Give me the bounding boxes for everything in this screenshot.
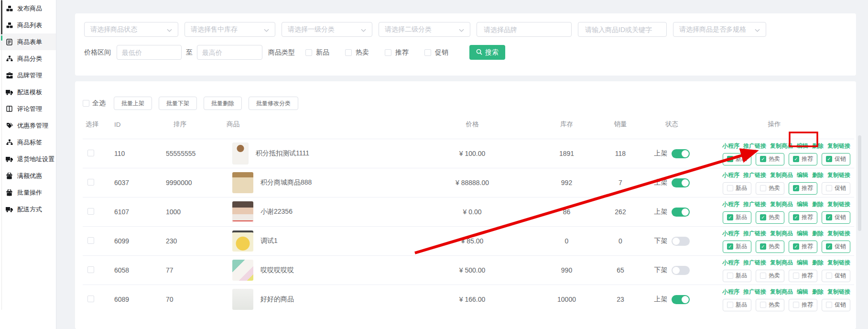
sidebar-item-3[interactable]: 商品分类 — [0, 50, 56, 67]
sidebar-item-5[interactable]: 配送模板 — [0, 84, 56, 100]
tag-toggle-3[interactable]: ✓促销 — [822, 153, 850, 165]
row-select-checkbox[interactable] — [87, 237, 94, 244]
action-link-4[interactable]: 删除 — [812, 230, 824, 238]
sidebar-item-4[interactable]: 品牌管理 — [0, 67, 56, 84]
tag-toggle-3[interactable]: ✓促销 — [822, 299, 850, 311]
batch-button-0[interactable]: 批量上架 — [114, 97, 152, 110]
tag-toggle-2[interactable]: ✓推荐 — [789, 182, 817, 195]
action-link-0[interactable]: 小程序 — [722, 200, 739, 208]
action-link-1[interactable]: 推广链接 — [743, 142, 766, 150]
tag-toggle-0[interactable]: ✓新品 — [723, 211, 751, 224]
sidebar-item-7[interactable]: 优惠券管理 — [0, 117, 56, 134]
action-link-4[interactable]: 删除 — [812, 171, 824, 179]
action-link-4[interactable]: 删除 — [812, 142, 824, 150]
tag-toggle-2[interactable]: ✓推荐 — [789, 241, 817, 253]
row-select-checkbox[interactable] — [87, 208, 94, 215]
action-link-2[interactable]: 复制商品 — [770, 142, 793, 150]
filter-select-1[interactable]: 请选择售中库存 — [184, 22, 275, 37]
min-price-input[interactable] — [117, 45, 182, 60]
action-link-1[interactable]: 推广链接 — [743, 230, 766, 238]
filter-input-4[interactable] — [477, 22, 572, 37]
action-link-2[interactable]: 复制商品 — [770, 259, 793, 267]
tag-toggle-1[interactable]: ✓热卖 — [756, 299, 784, 311]
status-toggle[interactable] — [672, 266, 690, 275]
action-link-5[interactable]: 复制链接 — [827, 142, 850, 150]
action-link-3[interactable]: 编辑 — [797, 288, 808, 296]
sidebar-scrollbar[interactable] — [1, 0, 2, 329]
tag-toggle-0[interactable]: ✓新品 — [723, 299, 751, 311]
status-toggle[interactable] — [672, 178, 690, 187]
filter-select-0[interactable]: 请选择商品状态 — [84, 22, 178, 37]
action-link-3[interactable]: 编辑 — [797, 171, 808, 179]
tag-toggle-3[interactable]: ✓促销 — [822, 182, 850, 195]
action-link-4[interactable]: 删除 — [812, 288, 824, 296]
tag-toggle-1[interactable]: ✓热卖 — [756, 211, 784, 224]
tag-toggle-1[interactable]: ✓热卖 — [756, 182, 784, 195]
select-all-checkbox[interactable] — [83, 100, 89, 107]
max-price-input[interactable] — [197, 45, 262, 60]
sidebar-item-2[interactable]: 商品表单 — [0, 33, 56, 50]
sidebar-item-1[interactable]: 商品列表 — [0, 17, 56, 33]
sidebar-item-11[interactable]: 批量操作 — [0, 184, 56, 201]
action-link-4[interactable]: 删除 — [812, 259, 824, 267]
action-link-5[interactable]: 复制链接 — [827, 230, 850, 238]
action-link-5[interactable]: 复制链接 — [827, 259, 850, 267]
page-scrollbar[interactable] — [858, 135, 861, 231]
tag-toggle-1[interactable]: ✓热卖 — [756, 241, 784, 253]
tag-toggle-0[interactable]: ✓新品 — [723, 153, 751, 165]
tag-toggle-2[interactable]: ✓推荐 — [789, 153, 817, 165]
action-link-0[interactable]: 小程序 — [722, 288, 739, 296]
sidebar-item-9[interactable]: 退货地址设置 — [0, 151, 56, 167]
search-button[interactable]: 搜索 — [469, 45, 505, 60]
tag-toggle-3[interactable]: ✓促销 — [822, 211, 850, 224]
sidebar-item-6[interactable]: 评论管理 — [0, 100, 56, 117]
row-select-checkbox[interactable] — [87, 296, 94, 302]
action-link-1[interactable]: 推广链接 — [743, 171, 766, 179]
goods-type-checkbox-3[interactable]: 促销 — [424, 48, 448, 57]
action-link-1[interactable]: 推广链接 — [743, 200, 766, 208]
filter-input-5[interactable] — [578, 22, 667, 37]
batch-button-3[interactable]: 批量修改分类 — [249, 97, 298, 110]
status-toggle[interactable] — [672, 295, 690, 304]
action-link-4[interactable]: 删除 — [812, 200, 824, 208]
row-select-checkbox[interactable] — [87, 150, 94, 156]
action-link-2[interactable]: 复制商品 — [770, 200, 793, 208]
status-toggle[interactable] — [672, 149, 690, 158]
action-link-1[interactable]: 推广链接 — [743, 288, 766, 296]
action-link-0[interactable]: 小程序 — [722, 142, 739, 150]
action-link-0[interactable]: 小程序 — [722, 171, 739, 179]
tag-toggle-1[interactable]: ✓热卖 — [756, 270, 784, 282]
action-link-5[interactable]: 复制链接 — [827, 288, 850, 296]
sidebar-item-8[interactable]: 商品标签 — [0, 134, 56, 151]
tag-toggle-0[interactable]: ✓新品 — [723, 241, 751, 253]
row-select-checkbox[interactable] — [87, 179, 94, 186]
sidebar-item-0[interactable]: 发布商品 — [0, 0, 56, 17]
sidebar-item-10[interactable]: 满额优惠 — [0, 167, 56, 184]
tag-toggle-2[interactable]: ✓推荐 — [789, 211, 817, 224]
status-toggle[interactable] — [672, 237, 690, 246]
filter-select-2[interactable]: 请选择一级分类 — [282, 22, 372, 37]
filter-select-3[interactable]: 请选择二级分类 — [379, 22, 470, 37]
tag-toggle-3[interactable]: ✓促销 — [822, 270, 850, 282]
action-link-2[interactable]: 复制商品 — [770, 288, 793, 296]
sidebar-item-12[interactable]: 配送方式 — [0, 201, 56, 218]
tag-toggle-2[interactable]: ✓推荐 — [789, 270, 817, 282]
action-link-2[interactable]: 复制商品 — [770, 230, 793, 238]
batch-button-2[interactable]: 批量删除 — [204, 97, 242, 110]
action-link-0[interactable]: 小程序 — [722, 230, 739, 238]
action-link-3[interactable]: 编辑 — [797, 142, 808, 150]
tag-toggle-2[interactable]: ✓推荐 — [789, 299, 817, 311]
tag-toggle-1[interactable]: ✓热卖 — [756, 153, 784, 165]
action-link-3[interactable]: 编辑 — [797, 200, 808, 208]
tag-toggle-3[interactable]: ✓促销 — [822, 241, 850, 253]
row-select-checkbox[interactable] — [87, 266, 94, 273]
goods-type-checkbox-0[interactable]: 新品 — [305, 48, 329, 57]
action-link-0[interactable]: 小程序 — [722, 259, 739, 267]
action-link-3[interactable]: 编辑 — [797, 259, 808, 267]
tag-toggle-0[interactable]: ✓新品 — [723, 270, 751, 282]
action-link-1[interactable]: 推广链接 — [743, 259, 766, 267]
action-link-2[interactable]: 复制商品 — [770, 171, 793, 179]
action-link-5[interactable]: 复制链接 — [827, 200, 850, 208]
action-link-3[interactable]: 编辑 — [797, 230, 808, 238]
batch-button-1[interactable]: 批量下架 — [159, 97, 197, 110]
